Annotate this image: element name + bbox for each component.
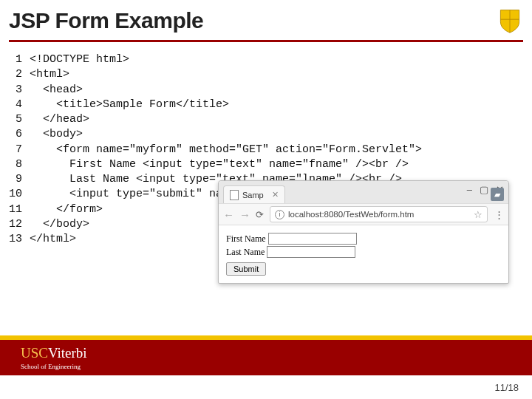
window-minimize-icon[interactable]: –	[467, 184, 472, 195]
browser-tab[interactable]: Samp ✕	[223, 185, 285, 203]
first-name-label: First Name	[226, 233, 266, 244]
window-maximize-icon[interactable]: ▢	[480, 184, 488, 195]
url-text: localhost:8080/TestWeb/form.htm	[288, 210, 414, 219]
site-info-icon[interactable]: i	[275, 210, 284, 219]
footer-brand: USCViterbi	[21, 345, 87, 361]
bookmark-star-icon[interactable]: ☆	[474, 209, 482, 220]
submit-button[interactable]	[226, 262, 266, 276]
footer-school: School of Engineering	[21, 363, 87, 370]
first-name-input[interactable]	[268, 233, 357, 245]
slide-header: JSP Form Example	[0, 0, 532, 40]
tab-close-icon[interactable]: ✕	[272, 190, 279, 200]
last-name-label: Last Name	[226, 247, 265, 257]
page-number: 11/18	[494, 382, 519, 393]
footer-band: USCViterbi School of Engineering	[0, 335, 532, 375]
page-body: First Name Last Name	[219, 225, 508, 283]
browser-menu-icon[interactable]: ⋮	[494, 209, 504, 220]
tab-title: Samp	[242, 191, 264, 200]
brand-viterbi: Viterbi	[48, 345, 87, 361]
url-bar[interactable]: i localhost:8080/TestWeb/form.htm ☆	[270, 206, 488, 222]
reload-icon[interactable]: ⟳	[256, 209, 264, 220]
nav-back-icon[interactable]: ←	[223, 208, 233, 221]
usc-shield-icon	[497, 7, 523, 34]
browser-window: Samp ✕ – ▢ ✕ ▰ ← → ⟳ i localhost:8080/Te…	[218, 180, 509, 284]
last-name-input[interactable]	[267, 246, 355, 258]
profile-avatar-icon[interactable]: ▰	[491, 188, 504, 201]
browser-tabbar: Samp ✕ – ▢ ✕ ▰	[219, 181, 508, 203]
nav-forward-icon[interactable]: →	[239, 208, 250, 221]
browser-toolbar: ← → ⟳ i localhost:8080/TestWeb/form.htm …	[219, 203, 508, 225]
document-icon	[230, 190, 239, 200]
brand-usc: USC	[21, 345, 48, 361]
line-numbers: 1 2 3 4 5 6 7 8 9 10 11 12 13	[9, 52, 30, 247]
slide-title: JSP Form Example	[9, 8, 203, 33]
